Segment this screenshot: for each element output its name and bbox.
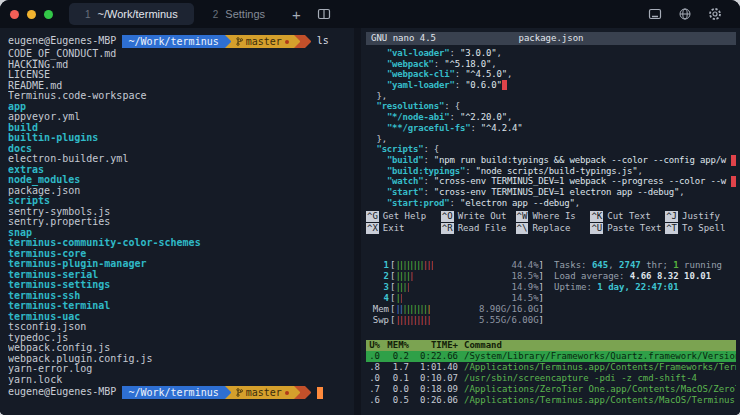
globe-button[interactable] <box>670 0 700 28</box>
file-entry: yarn.lock <box>8 375 354 386</box>
file-entry: package.json <box>8 186 354 197</box>
meter-2: 2[|||||18.5%] <box>366 271 544 282</box>
meter-swp: Swp[||||||||||5.55G/6.00G] <box>366 315 544 326</box>
line-overflow-marker <box>731 155 736 166</box>
file-entry: terminus-community-color-schemes <box>8 238 354 249</box>
file-entry: terminus-core <box>8 249 354 260</box>
prompt-line: eugene@Eugenes-MBP ~/Work/terminus maste… <box>8 35 354 48</box>
nano-shortcut: ^WWhere Is <box>516 211 587 222</box>
nano-line: "watch": "cross-env TERMINUS_DEV=1 webpa… <box>366 176 736 187</box>
file-entry: CODE_OF_CONDUCT.md <box>8 49 354 60</box>
tab-number: 1 <box>85 9 91 20</box>
file-entry: terminus-terminal <box>8 301 354 312</box>
nano-filename: package.json <box>481 32 621 45</box>
process-row: .81.71:01.40/Applications/Terminus.app/C… <box>366 362 736 373</box>
nano-shortcut: ^TTo Spell <box>665 223 736 234</box>
file-entry: yarn-error.log <box>8 364 354 375</box>
split-button[interactable] <box>309 0 339 28</box>
typed-command: ls <box>317 36 329 47</box>
dock-button[interactable] <box>640 0 670 28</box>
tab-number: 2 <box>213 9 219 20</box>
file-entry: terminus-uac <box>8 312 354 323</box>
nano-shortcut: ^GGet Help <box>366 211 437 222</box>
prompt-path-segment: ~/Work/terminus <box>122 386 224 399</box>
file-entry: Terminus.code-workspace <box>8 91 354 102</box>
tab-title: Settings <box>225 8 265 20</box>
git-branch-name: master <box>246 35 282 48</box>
close-button[interactable] <box>10 10 19 19</box>
file-entry: appveyor.yml <box>8 112 354 123</box>
dock-icon <box>648 7 662 21</box>
nano-line: "start:prod": "electron app --debug", <box>366 198 736 209</box>
terminal-cursor <box>317 387 323 399</box>
htop-meters: 1[|||||||||||44.4%]2[|||||18.5%]3[||||14… <box>366 260 736 326</box>
tab-settings[interactable]: 2 Settings <box>197 3 281 25</box>
meter-mem: Mem[||||||||||8.90G/16.0G] <box>366 304 544 315</box>
meter-list: 1[|||||||||||44.4%]2[|||||18.5%]3[||||14… <box>366 260 544 326</box>
htop-info-line: Load average: 4.66 8.32 10.01 <box>554 271 722 282</box>
nano-titlebar-filler <box>621 32 736 45</box>
prompt-user: eugene@Eugenes-MBP <box>8 36 116 47</box>
file-entry: electron-builder.yml <box>8 154 354 165</box>
gear-icon <box>708 7 722 21</box>
file-entry: terminus-settings <box>8 280 354 291</box>
terminal-pane-left[interactable]: eugene@Eugenes-MBP ~/Work/terminus maste… <box>0 28 354 415</box>
tab-terminal[interactable]: 1 ~/Work/terminus <box>69 3 194 25</box>
traffic-lights <box>10 10 53 19</box>
file-entry: snap <box>8 228 354 239</box>
process-row: .00.10:10.07/usr/sbin/screencapture -pdi… <box>366 373 736 384</box>
nano-shortcut: ^XExit <box>366 223 437 234</box>
file-entry: LICENSE <box>8 70 354 81</box>
new-tab-button[interactable]: + <box>284 0 309 28</box>
terminal-pane-right[interactable]: GNU nano 4.5 package.json "val-loader": … <box>361 28 740 415</box>
meter-1: 1[|||||||||||44.4%] <box>366 260 544 271</box>
nano-titlebar: GNU nano 4.5 package.json <box>366 32 736 45</box>
file-entry: tsconfig.json <box>8 322 354 333</box>
nano-line: "*/node-abi": "^2.20.0", <box>366 112 736 123</box>
nano-shortcut: ^JJustify <box>665 211 736 222</box>
process-rows: .00.20:22.66/System/Library/Frameworks/Q… <box>366 351 736 406</box>
nano-line: "val-loader": "3.0.0", <box>366 48 736 59</box>
process-row: .70.00:18.09/Applications/ZeroTier One.a… <box>366 384 736 395</box>
nano-shortcuts: ^GGet Help^OWrite Out^WWhere Is^KCut Tex… <box>366 211 736 234</box>
nano-line: "resolutions": { <box>366 101 736 112</box>
nano-line: "**/graceful-fs": "^4.2.4" <box>366 123 736 134</box>
git-dirty-indicator <box>285 391 289 395</box>
file-entry: builtin-plugins <box>8 133 354 144</box>
nano-line: "webpack-cli": "^4.5.0", <box>366 69 736 80</box>
file-entry: extras <box>8 165 354 176</box>
nano-line: }, <box>366 134 736 145</box>
settings-button[interactable] <box>700 0 730 28</box>
line-overflow-marker <box>731 176 736 187</box>
git-branch-name: master <box>246 386 282 399</box>
nano-shortcut: ^RRead File <box>441 223 512 234</box>
minimize-button[interactable] <box>27 10 36 19</box>
powerline-arrow <box>305 386 311 399</box>
tab-bar: 1 ~/Work/terminus 2 Settings + <box>0 0 740 28</box>
file-list: CODE_OF_CONDUCT.mdHACKING.mdLICENSEREADM… <box>8 49 354 385</box>
process-row: .00.20:22.66/System/Library/Frameworks/Q… <box>366 351 736 362</box>
process-table: U%MEM%TIME+Command .00.20:22.66/System/L… <box>366 340 736 406</box>
nano-shortcut: ^KCut Text <box>590 211 661 222</box>
file-entry: sentry-symbols.js <box>8 207 354 218</box>
htop-info-line: Uptime: 1 day, 22:47:01 <box>554 282 722 293</box>
git-branch-icon <box>236 388 243 397</box>
htop-info-line: Tasks: 645, 2747 thr; 1 running <box>554 260 722 271</box>
terminus-window: 1 ~/Work/terminus 2 Settings + <box>0 0 740 415</box>
maximize-button[interactable] <box>44 10 53 19</box>
prompt-git-segment: master <box>231 35 294 48</box>
file-entry: typedoc.js <box>8 333 354 344</box>
file-entry: README.md <box>8 81 354 92</box>
file-entry: webpack.config.js <box>8 343 354 354</box>
file-entry: app <box>8 102 354 113</box>
nano-lines: "val-loader": "3.0.0", "webpack": "^5.18… <box>366 48 736 208</box>
nano-line: }, <box>366 91 736 102</box>
nano-line: "build:typings": "node scripts/build-typ… <box>366 166 736 177</box>
meter-3: 3[||||14.9%] <box>366 282 544 293</box>
process-header: U%MEM%TIME+Command <box>366 340 736 351</box>
nano-line: "start": "cross-env TERMINUS_DEV=1 elect… <box>366 187 736 198</box>
file-entry: docs <box>8 144 354 155</box>
git-dirty-indicator <box>285 40 289 44</box>
meter-4: 4[||14.5%] <box>366 293 544 304</box>
htop-info: Tasks: 645, 2747 thr; 1 runningLoad aver… <box>554 260 722 326</box>
